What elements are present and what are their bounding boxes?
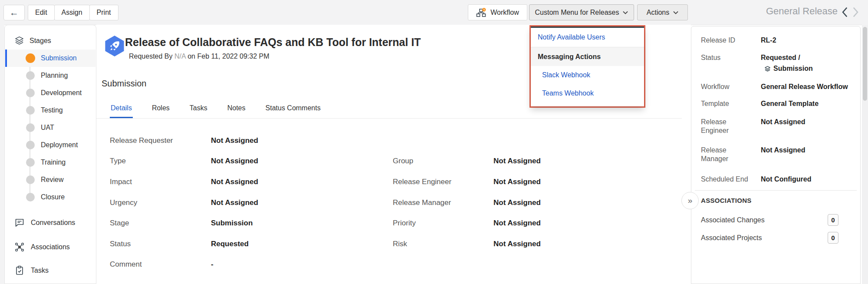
stages-header-label: Stages [30,37,51,45]
tab-details[interactable]: Details [110,98,133,118]
stage-dot [26,123,35,132]
association-row-changes: Associated Changes 0 [691,214,861,226]
double-chevron-right-icon: » [688,196,693,205]
prop-label: Status [701,53,750,62]
stage-item-deployment[interactable]: Deployment [5,136,95,154]
panel-collapse-button[interactable]: » [681,192,699,209]
field-value: Not Assigned [211,198,258,208]
speech-bubble-icon [14,218,25,228]
arrow-left-icon: ← [10,7,19,18]
stage-item-review[interactable]: Review [5,171,95,188]
actions-button[interactable]: Actions [637,4,688,20]
stage-dot [26,89,35,97]
stage-dot [26,175,35,184]
menu-item-teams-webhook[interactable]: Teams Webhook [531,84,644,102]
stage-label: UAT [41,124,54,132]
custom-menu-dropdown: Notify Available Users Messaging Actions… [531,26,644,106]
prop-value: Not Configured [761,175,858,184]
stage-item-testing[interactable]: Testing [5,102,95,119]
prop-value: Requested / [761,53,858,62]
stage-dot [26,106,35,115]
stage-label: Deployment [41,141,78,149]
stage-item-planning[interactable]: Planning [5,67,95,84]
toolbar-button-group: Edit Assign Print [28,5,118,20]
vertical-scrollbar[interactable] [862,25,868,284]
field-value: Not Assigned [211,156,258,166]
field-label: Release Requester [110,136,173,145]
menu-item-slack-webhook[interactable]: Slack Webhook [531,66,644,84]
workflow-sitemap-clock-icon [476,8,487,17]
workflow-button[interactable]: Workflow [468,4,527,20]
field-label: Stage [110,218,129,228]
field-value: - [211,260,214,269]
release-title: Release of Collaborative FAQs and KB Too… [125,36,421,49]
field-value: Submission [211,218,253,228]
top-toolbar: ← Edit Assign Print Workflow Custom Menu… [0,0,868,25]
layers-icon-small [764,66,771,72]
prop-status-stage-label: Submission [773,64,813,73]
tab-notes[interactable]: Notes [227,98,247,118]
stage-section-heading: Submission [102,79,146,89]
print-button[interactable]: Print [89,5,118,20]
field-value: Not Assigned [493,177,541,187]
next-record-button[interactable] [852,7,859,18]
stage-item-submission[interactable]: Submission [5,50,95,67]
field-value: Not Assigned [493,239,541,249]
sidebar-item-conversations[interactable]: Conversations [5,214,96,231]
sidebar-item-associations[interactable]: Associations [5,238,96,256]
field-label: Type [110,156,126,166]
stage-dot-active [26,53,35,63]
field-value: Not Assigned [493,198,541,208]
panel-divider [695,190,857,191]
release-properties-panel: Release ID RL-2 Status Requested / Submi… [691,26,861,284]
menu-item-notify-available-users[interactable]: Notify Available Users [531,28,644,47]
tab-tasks[interactable]: Tasks [189,98,208,118]
field-label: Urgency [110,198,137,208]
stage-label: Review [41,176,63,184]
stage-dot [26,141,35,149]
field-label: Impact [110,177,132,187]
field-label: Group [393,156,413,166]
field-label: Status [110,239,131,249]
menu-group-messaging-actions: Messaging Actions [531,47,644,66]
associated-projects-count-badge[interactable]: 0 [828,232,838,244]
previous-record-button[interactable] [841,7,848,18]
scrollbar-thumb[interactable] [863,27,867,101]
prop-value: General Release Workflow [761,83,858,91]
stage-item-training[interactable]: Training [5,154,95,171]
association-label: Associated Changes [701,214,765,226]
assign-button[interactable]: Assign [54,5,90,20]
sidebar-item-label: Tasks [31,267,49,274]
stages-sidebar: Stages Submission Planning Development T… [4,25,96,284]
field-label: Release Manager [393,198,451,208]
stage-dot [26,158,35,167]
prop-label: Workflow [701,83,750,91]
clipboard-check-icon [14,265,25,276]
associated-changes-count-badge[interactable]: 0 [828,214,838,226]
prop-value: Not Assigned [761,146,858,155]
stage-label: Closure [41,193,65,201]
tab-status-comments[interactable]: Status Comments [265,98,322,118]
prop-status-stage: Submission [764,64,813,73]
annotation-highlight-box: Notify Available Users Messaging Actions… [529,25,645,108]
stage-item-development[interactable]: Development [5,84,95,102]
stage-item-closure[interactable]: Closure [5,188,95,206]
stage-list: Submission Planning Development Testing … [5,50,95,206]
prop-value: General Template [761,99,858,108]
back-button[interactable]: ← [3,5,25,20]
field-value: Not Assigned [211,177,258,187]
stage-item-uat[interactable]: UAT [5,119,95,136]
custom-menu-for-releases-button[interactable]: Custom Menu for Releases [529,4,634,20]
prop-value: RL-2 [761,36,858,45]
edit-button[interactable]: Edit [28,5,55,20]
stage-label: Training [41,159,66,166]
tab-roles[interactable]: Roles [151,98,171,118]
stage-label: Development [41,89,82,97]
field-value: Not Assigned [211,136,258,145]
requested-by-label: Requested By [129,53,173,60]
sidebar-item-tasks[interactable]: Tasks [5,262,96,279]
stage-label: Planning [41,72,68,79]
field-label: Priority [393,218,416,228]
release-rocket-icon [104,36,125,56]
field-value: Not Assigned [493,218,541,228]
